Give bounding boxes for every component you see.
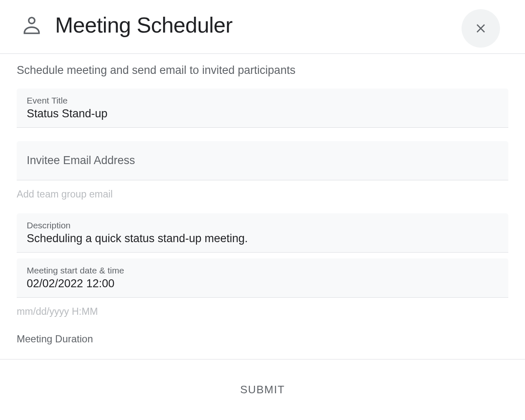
dialog-title: Meeting Scheduler — [55, 13, 232, 38]
dialog-footer: SUBMIT — [0, 359, 525, 420]
event-title-input[interactable] — [27, 107, 498, 120]
invitee-email-label: Invitee Email Address — [27, 154, 498, 167]
start-datetime-field[interactable]: Meeting start date & time — [17, 258, 508, 298]
description-label: Description — [27, 220, 498, 230]
invitee-email-helper: Add team group email — [17, 189, 508, 200]
description-field[interactable]: Description — [17, 213, 508, 253]
dialog-header: Meeting Scheduler — [0, 0, 525, 54]
submit-button[interactable]: SUBMIT — [230, 378, 295, 401]
description-input[interactable] — [27, 232, 498, 245]
event-title-field[interactable]: Event Title — [17, 89, 508, 128]
svg-point-0 — [29, 18, 35, 23]
form-content: Schedule meeting and send email to invit… — [0, 54, 525, 350]
start-datetime-label: Meeting start date & time — [27, 266, 498, 276]
duration-label: Meeting Duration — [17, 333, 508, 345]
form-subtitle: Schedule meeting and send email to invit… — [17, 64, 508, 77]
invitee-email-field[interactable]: Invitee Email Address — [17, 141, 508, 180]
event-title-label: Event Title — [27, 96, 498, 106]
start-datetime-input[interactable] — [27, 277, 498, 290]
person-icon — [20, 13, 43, 37]
close-icon — [474, 21, 488, 35]
close-button[interactable] — [462, 9, 500, 48]
start-datetime-helper: mm/dd/yyyy H:MM — [17, 306, 508, 317]
